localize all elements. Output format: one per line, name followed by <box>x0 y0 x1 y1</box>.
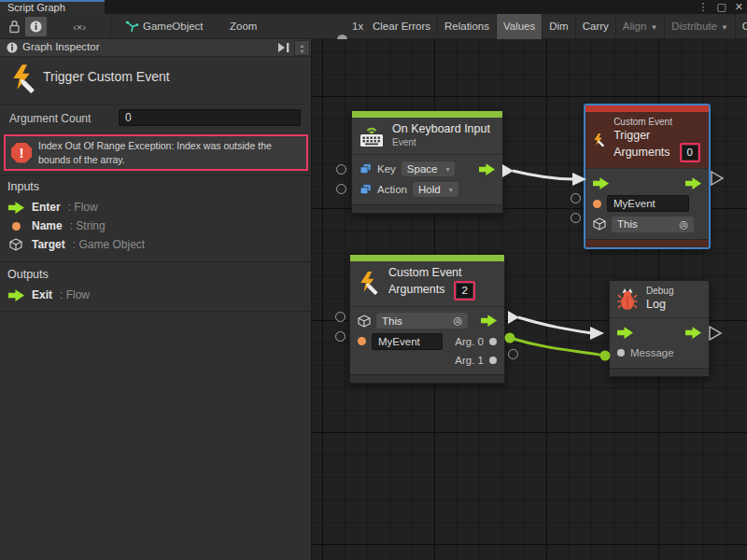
outputs-section-header: Outputs <box>7 268 49 281</box>
inputs-section-header: Inputs <box>7 180 39 193</box>
clear-errors-button[interactable]: Clear Errors <box>366 14 437 39</box>
flow-arrow-icon <box>7 202 24 214</box>
string-port-icon <box>7 222 24 231</box>
target-row: This ◎ <box>350 311 504 331</box>
window-menu-icon[interactable]: ⋮ <box>698 0 708 14</box>
keyboard-key-input-port[interactable] <box>336 164 346 175</box>
align-dropdown[interactable]: Align▼ <box>615 14 665 39</box>
arg1-port[interactable] <box>489 357 497 364</box>
node-on-keyboard-input[interactable]: On Keyboard Input Event Key Space ▾ <box>351 110 503 214</box>
event-name-input[interactable]: MyEvent <box>372 333 443 350</box>
flow-output-port[interactable] <box>481 315 497 327</box>
arguments-count-badge: 0 <box>683 146 698 160</box>
divider <box>0 261 312 262</box>
node-trigger-custom-event[interactable]: Custom Event Trigger Arguments 0 MyEvent <box>585 105 710 248</box>
zoom-label: Zoom <box>230 14 257 39</box>
arguments-count-badge: 2 <box>457 284 472 298</box>
argument-count-label: Argument Count <box>9 112 91 125</box>
node-footer <box>610 368 709 376</box>
arg1-label: Arg. 1 <box>455 355 484 366</box>
chevron-down-icon: ▾ <box>449 186 453 194</box>
keyboard-action-input-port[interactable] <box>336 184 346 194</box>
error-message-box: ! Index Out Of Range Exception: Index wa… <box>4 134 308 171</box>
dock-panel-icon[interactable] <box>277 42 290 53</box>
message-row: Message <box>610 343 709 363</box>
panel-spinner: ▲ ▼ <box>294 40 310 56</box>
info-icon <box>30 21 42 33</box>
event-name-input-port[interactable] <box>335 331 345 342</box>
gameobject-cube-icon <box>7 238 24 251</box>
input-row-target: Target : Game Object <box>7 238 145 251</box>
node-custom-event[interactable]: Custom Event Arguments 2 This ◎ <box>349 254 505 384</box>
trigger-exit-hint-arrow <box>710 170 725 187</box>
inspector-toggle-button[interactable] <box>25 17 47 36</box>
string-port-icon[interactable] <box>358 337 366 345</box>
zoom-value: 1x <box>352 14 363 39</box>
lock-button[interactable] <box>4 17 24 36</box>
action-dropdown[interactable]: Hold ▾ <box>413 182 458 197</box>
arguments-error-highlight: 2 <box>454 281 474 301</box>
gameobject-cube-icon[interactable] <box>358 315 371 328</box>
distribute-dropdown[interactable]: Distribute▼ <box>664 14 735 39</box>
window-controls: ⋮ ▢ ✕ <box>698 0 743 14</box>
spin-down-icon[interactable]: ▼ <box>300 49 304 54</box>
flow-row <box>610 322 709 343</box>
event-name-row: MyEvent <box>585 193 709 214</box>
dim-button[interactable]: Dim <box>542 14 574 39</box>
custom-event-icon <box>592 128 606 152</box>
bug-icon <box>616 287 639 311</box>
toolbar-divider <box>110 16 111 37</box>
overview-button[interactable]: Overv <box>735 14 747 39</box>
input-row-name: Name : String <box>7 219 106 232</box>
argument-count-input[interactable]: 0 <box>119 109 301 126</box>
graph-toolbar: ‹×› GameObject Zoom 1x Clear Errors Rela… <box>0 14 747 39</box>
arg0-port[interactable] <box>489 338 497 345</box>
relations-button[interactable]: Relations <box>437 14 496 39</box>
arguments-error-highlight: 0 <box>680 143 700 162</box>
log-exit-hint-arrow <box>708 325 723 342</box>
divider <box>0 311 312 312</box>
carry-button[interactable]: Carry <box>575 14 615 39</box>
flow-output-port[interactable] <box>685 177 701 189</box>
code-view-button[interactable]: ‹×› <box>63 17 95 36</box>
arguments-label: Arguments <box>388 283 444 298</box>
string-port-icon[interactable] <box>593 200 601 208</box>
info-icon <box>7 42 18 53</box>
key-dropdown[interactable]: Space ▾ <box>402 161 456 176</box>
lock-icon <box>8 20 21 34</box>
arg1-output-port[interactable] <box>508 349 518 359</box>
node-topbar <box>352 111 502 118</box>
enum-port-icon <box>359 163 372 175</box>
flow-input-port[interactable] <box>593 177 609 189</box>
close-icon[interactable]: ✕ <box>735 0 743 14</box>
target-picker-icon: ◎ <box>679 218 688 231</box>
node-title: Trigger <box>613 129 700 144</box>
code-icon: ‹×› <box>73 21 86 33</box>
gameobject-cube-icon[interactable] <box>593 217 606 231</box>
enum-port-icon <box>359 184 372 195</box>
flow-output-port[interactable] <box>685 327 701 339</box>
maximize-icon[interactable]: ▢ <box>716 0 726 14</box>
node-title: Custom Event <box>388 266 475 281</box>
flow-arrow-icon <box>7 289 24 301</box>
node-debug-log[interactable]: Debug Log Message <box>609 280 710 377</box>
values-button[interactable]: Values <box>496 14 542 39</box>
unity-visual-scripting-window: Script Graph ⋮ ▢ ✕ ‹×› <box>0 0 747 560</box>
tab-script-graph[interactable]: Script Graph <box>0 0 105 14</box>
flow-output-port[interactable] <box>479 163 495 175</box>
chevron-down-icon: ▾ <box>445 165 449 174</box>
error-message-text: Index Out Of Range Exception: Index was … <box>38 139 301 165</box>
trigger-name-input-port[interactable] <box>571 193 581 203</box>
event-target-input-port[interactable] <box>335 312 345 322</box>
node-footer <box>585 239 709 247</box>
trigger-target-input-port[interactable] <box>571 213 581 223</box>
event-name-input[interactable]: MyEvent <box>607 195 689 212</box>
arg1-row: Arg. 1 <box>350 352 504 370</box>
gameobject-label[interactable]: GameObject <box>143 14 204 39</box>
target-dropdown[interactable]: This ◎ <box>376 313 468 329</box>
target-picker-icon: ◎ <box>453 315 462 327</box>
divider <box>0 175 312 175</box>
message-port[interactable] <box>617 349 625 357</box>
flow-input-port[interactable] <box>617 327 633 339</box>
target-dropdown[interactable]: This ◎ <box>612 217 694 232</box>
